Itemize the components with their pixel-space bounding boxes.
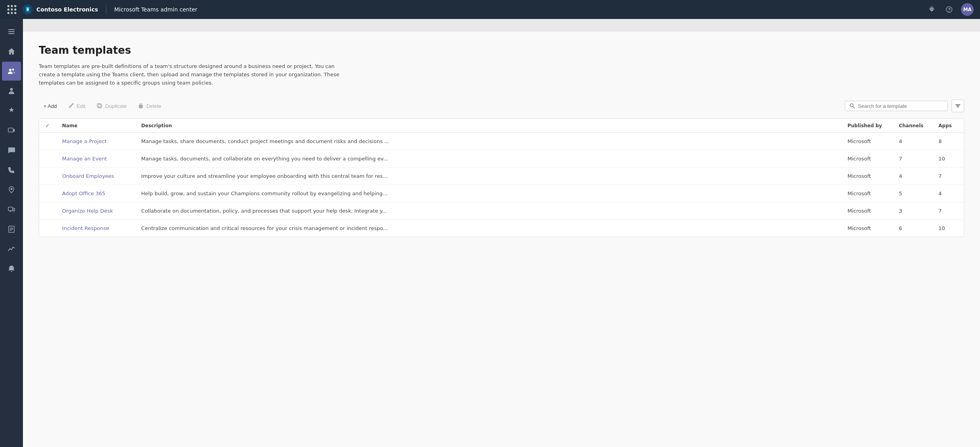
template-link-2[interactable]: Onboard Employees [62,173,114,179]
table-body: Manage a Project Manage tasks, share doc… [39,133,964,237]
row-channels-1: 7 [893,150,932,168]
row-published-1: Microsoft [841,150,893,168]
sidebar-item-roles[interactable] [2,101,21,120]
settings-icon[interactable] [926,4,937,15]
svg-point-7 [11,12,13,14]
row-name-5[interactable]: Incident Response [56,220,135,237]
svg-rect-13 [8,33,15,34]
sidebar-item-tasks[interactable] [2,220,21,239]
row-name-3[interactable]: Adopt Office 365 [56,185,135,202]
row-description-2: Improve your culture and streamline your… [135,168,841,185]
row-checkbox-3[interactable] [39,185,56,202]
svg-rect-12 [8,31,15,32]
table-row: Manage a Project Manage tasks, share doc… [39,133,964,150]
duplicate-label: Duplicate [105,103,127,109]
page-content: Team templates Team templates are pre-bu… [23,32,980,447]
template-link-0[interactable]: Manage a Project [62,138,106,144]
svg-point-18 [11,188,13,190]
sidebar-item-analytics[interactable] [2,240,21,258]
row-checkbox-2[interactable] [39,168,56,185]
table-header-row: ✓ Name Description Published by [39,119,964,133]
row-description-4: Collaborate on documentation, policy, an… [135,202,841,220]
edit-label: Edit [77,103,85,109]
table-row: Onboard Employees Improve your culture a… [39,168,964,185]
row-channels-0: 4 [893,133,932,150]
sidebar-item-locations[interactable] [2,180,21,199]
row-name-2[interactable]: Onboard Employees [56,168,135,185]
topbar: Contoso Electronics Microsoft Teams admi… [0,0,980,19]
row-name-0[interactable]: Manage a Project [56,133,135,150]
help-icon[interactable] [944,4,955,15]
topbar-brand: Contoso Electronics [36,6,98,13]
edit-button[interactable]: Edit [63,100,90,111]
main-layout: Team templates Team templates are pre-bu… [0,19,980,447]
sidebar-item-users[interactable] [2,81,21,100]
svg-rect-19 [8,207,13,211]
row-channels-3: 5 [893,185,932,202]
sidebar-item-teams[interactable] [2,62,21,81]
sidebar-item-menu[interactable] [2,22,21,41]
svg-rect-17 [8,128,13,132]
row-checkbox-1[interactable] [39,150,56,168]
row-checkbox-5[interactable] [39,220,56,237]
row-description-1: Manage tasks, documents, and collaborate… [135,150,841,168]
template-link-5[interactable]: Incident Response [62,225,109,231]
row-name-4[interactable]: Organize Help Desk [56,202,135,220]
row-published-5: Microsoft [841,220,893,237]
sidebar-item-meetings[interactable] [2,121,21,140]
sidebar-item-notifications[interactable] [2,259,21,278]
sidebar-item-messaging[interactable] [2,141,21,160]
toolbar: + Add Edit Duplicate Delete [39,100,964,112]
column-settings-icon [955,103,961,109]
delete-label: Delete [146,103,161,109]
table-row: Organize Help Desk Collaborate on docume… [39,202,964,220]
template-link-3[interactable]: Adopt Office 365 [62,190,105,196]
row-checkbox-4[interactable] [39,202,56,220]
sidebar-item-calls[interactable] [2,160,21,179]
add-button[interactable]: + Add [39,101,62,111]
topbar-logo: Contoso Electronics [22,4,98,15]
row-published-0: Microsoft [841,133,893,150]
col-header-apps[interactable]: Apps [932,119,964,133]
sidebar-item-devices[interactable] [2,200,21,219]
svg-point-4 [11,8,13,10]
row-apps-4: 7 [932,202,964,220]
sidebar-item-home[interactable] [2,42,21,61]
col-header-channels[interactable]: Channels [893,119,932,133]
svg-point-15 [12,69,14,71]
content-area: Team templates Team templates are pre-bu… [23,19,980,447]
sidebar [0,19,23,447]
table-row: Adopt Office 365 Help build, grow, and s… [39,185,964,202]
templates-table: ✓ Name Description Published by [39,119,964,237]
row-name-1[interactable]: Manage an Event [56,150,135,168]
row-checkbox-0[interactable] [39,133,56,150]
column-settings-button[interactable] [952,100,964,112]
duplicate-button[interactable]: Duplicate [92,100,131,111]
template-link-4[interactable]: Organize Help Desk [62,208,113,214]
svg-point-0 [8,5,9,7]
table-container: ✓ Name Description Published by [39,119,964,237]
delete-button[interactable]: Delete [133,100,166,111]
search-input[interactable] [858,103,943,109]
template-link-1[interactable]: Manage an Event [62,156,107,162]
search-container [845,101,948,111]
table-row: Manage an Event Manage tasks, documents,… [39,150,964,168]
svg-point-1 [11,5,13,7]
svg-point-27 [850,104,853,107]
header-checkmark: ✓ [45,123,49,128]
user-avatar[interactable]: MA [961,3,974,16]
svg-point-3 [8,8,9,10]
row-description-3: Help build, grow, and sustain your Champ… [135,185,841,202]
page-title: Team templates [39,44,964,56]
waffle-menu[interactable] [6,4,17,15]
row-published-4: Microsoft [841,202,893,220]
col-header-name[interactable]: Name [56,119,135,133]
row-description-0: Manage tasks, share documents, conduct p… [135,133,841,150]
svg-point-8 [14,12,16,14]
svg-point-14 [9,69,11,71]
row-apps-0: 8 [932,133,964,150]
col-header-published-by[interactable]: Published by [841,119,893,133]
topbar-divider [106,5,106,14]
svg-line-28 [853,107,855,108]
col-header-description[interactable]: Description [135,119,841,133]
